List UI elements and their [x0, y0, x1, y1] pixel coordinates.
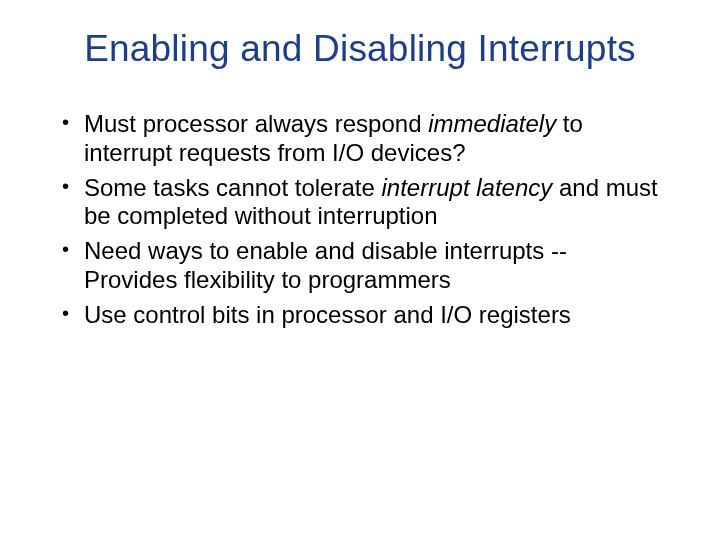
bullet-text-em: interrupt latency	[382, 174, 553, 201]
list-item: Some tasks cannot tolerate interrupt lat…	[56, 174, 664, 232]
slide-title: Enabling and Disabling Interrupts	[48, 28, 672, 70]
bullet-text-pre: Need ways to enable and disable interrup…	[84, 237, 567, 293]
list-item: Use control bits in processor and I/O re…	[56, 301, 664, 330]
list-item: Must processor always respond immediatel…	[56, 110, 664, 168]
bullet-text-pre: Use control bits in processor and I/O re…	[84, 301, 571, 328]
bullet-text-em: immediately	[428, 110, 556, 137]
list-item: Need ways to enable and disable interrup…	[56, 237, 664, 295]
bullet-text-pre: Some tasks cannot tolerate	[84, 174, 382, 201]
slide: Enabling and Disabling Interrupts Must p…	[0, 0, 720, 540]
bullet-list: Must processor always respond immediatel…	[48, 110, 672, 330]
bullet-text-pre: Must processor always respond	[84, 110, 428, 137]
